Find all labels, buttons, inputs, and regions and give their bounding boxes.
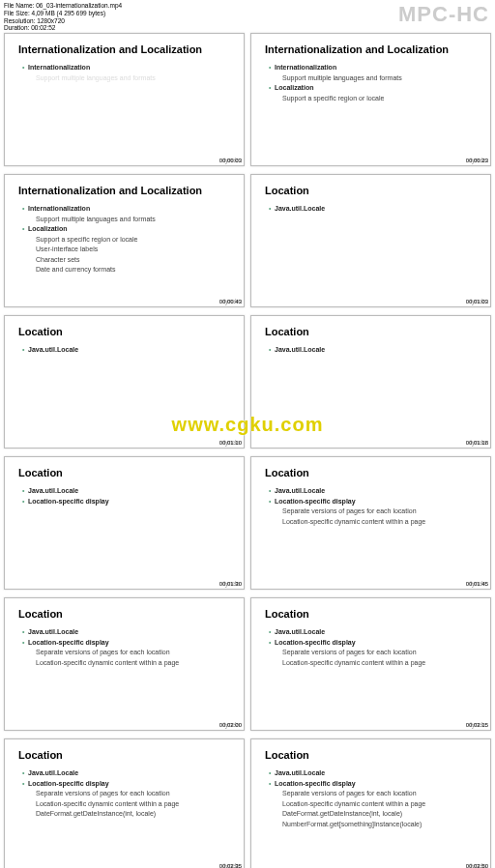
bullet-item: Character sets — [22, 255, 232, 266]
bullet-item: Java.util.Locale — [269, 768, 479, 779]
bullet-item: Internationalization — [22, 204, 232, 215]
meta-filename: File Name: 06_03-internationalization.mp… — [4, 2, 122, 10]
slide-title: Internationalization and Localization — [18, 185, 232, 196]
slide-title: Location — [265, 608, 479, 620]
bullet-list: Java.util.LocaleLocation-specific displa… — [18, 486, 232, 506]
meta-filesize: File Size: 4,09 MB (4 295 699 bytes) — [4, 10, 122, 17]
bullet-item: Separate versions of pages for each loca… — [22, 648, 232, 658]
overlay-watermark: www.cgku.com — [0, 414, 495, 436]
slide-title: Location — [265, 185, 479, 196]
bullet-item: Location-specific display — [22, 638, 232, 649]
bullet-item: Java.util.Locale — [269, 627, 479, 638]
bullet-list: Java.util.LocaleLocation-specific displa… — [18, 627, 232, 668]
bullet-item: Location-specific dynamic content within… — [269, 799, 479, 810]
slide-timestamp: 00:01:45 — [466, 581, 488, 587]
bullet-item: NumberFormat.get[something]Instance(loca… — [269, 820, 479, 830]
bullet-list: Java.util.LocaleLocation-specific displa… — [265, 486, 479, 527]
file-meta: File Name: 06_03-internationalization.mp… — [4, 2, 122, 32]
bullet-item: Localization — [269, 83, 479, 94]
thumbnail[interactable]: LocationJava.util.LocaleLocation-specifi… — [250, 456, 491, 590]
bullet-item: Location-specific display — [269, 638, 479, 649]
slide-timestamp: 00:02:15 — [466, 722, 488, 728]
thumbnail[interactable]: LocationJava.util.Localelynda00:01:03 — [250, 174, 491, 307]
meta-duration: Duration: 00:02:52 — [4, 24, 122, 32]
bullet-list: Java.util.Locale — [265, 345, 479, 356]
thumbnail[interactable]: Internationalization and LocalizationInt… — [4, 174, 245, 307]
slide-title: Location — [18, 467, 232, 478]
bullet-item: Location-specific dynamic content within… — [22, 799, 232, 810]
bullet-item: Location-specific dynamic content within… — [269, 658, 479, 669]
slide-timestamp: 00:01:03 — [466, 299, 488, 304]
thumbnail[interactable]: Internationalization and LocalizationInt… — [4, 33, 245, 166]
slide-title: Location — [18, 608, 232, 620]
bullet-item: Java.util.Locale — [22, 486, 232, 497]
thumbnail-grid: Internationalization and LocalizationInt… — [4, 33, 491, 868]
bullet-item: DateFormat.getDateInstance(int, locale) — [269, 809, 479, 820]
bullet-item: Java.util.Locale — [22, 627, 232, 638]
bullet-item: DateFormat.getDateInstance(int, locale) — [22, 809, 232, 820]
bullet-list: Java.util.Locale — [265, 204, 479, 215]
slide-title: Location — [18, 749, 232, 761]
meta-resolution: Resolution: 1280x720 — [4, 17, 122, 25]
slide-timestamp: 00:00:23 — [466, 158, 488, 163]
slide-title: Location — [265, 467, 479, 478]
slide-title: Location — [265, 749, 479, 761]
thumbnail[interactable]: LocationJava.util.LocaleLocation-specifi… — [4, 738, 245, 868]
bullet-item: Support multiple languages and formats — [22, 73, 232, 84]
slide-timestamp: 00:01:10 — [219, 440, 242, 446]
slide-title: Internationalization and Localization — [18, 43, 232, 55]
thumbnail[interactable]: LocationJava.util.LocaleLocation-specifi… — [4, 597, 245, 731]
bullet-list: Java.util.LocaleLocation-specific displa… — [265, 768, 479, 829]
slide-timestamp: 00:02:35 — [219, 863, 242, 868]
thumbnail[interactable]: LocationJava.util.LocaleLocation-specifi… — [250, 738, 491, 868]
slide-timestamp: 00:02:00 — [219, 722, 242, 728]
slide-timestamp: 00:02:50 — [466, 863, 488, 868]
bullet-list: InternationalizationSupport multiple lan… — [265, 63, 479, 103]
bullet-item: Location-specific display — [22, 497, 232, 507]
app-title: MPC-HC — [398, 2, 489, 27]
bullet-list: Java.util.Locale — [18, 345, 232, 356]
bullet-item: Separate versions of pages for each loca… — [22, 789, 232, 799]
bullet-item: Support a specific region or locale — [269, 94, 479, 104]
thumbnail[interactable]: LocationJava.util.LocaleLocation-specifi… — [250, 597, 491, 731]
slide-title: Location — [265, 326, 479, 337]
bullet-item: Separate versions of pages for each loca… — [269, 506, 479, 517]
slide-timestamp: 00:01:18 — [466, 440, 488, 446]
bullet-item: Separate versions of pages for each loca… — [269, 648, 479, 658]
bullet-list: Java.util.LocaleLocation-specific displa… — [265, 627, 479, 668]
bullet-item: Java.util.Locale — [22, 345, 232, 356]
slide-timestamp: 00:01:30 — [219, 581, 242, 587]
bullet-list: InternationalizationSupport multiple lan… — [18, 63, 232, 83]
bullet-item: Separate versions of pages for each loca… — [269, 789, 479, 799]
bullet-item: Internationalization — [22, 63, 232, 73]
bullet-item: User-interface labels — [22, 245, 232, 255]
bullet-item: Support multiple languages and formats — [22, 215, 232, 225]
bullet-item: Java.util.Locale — [269, 345, 479, 356]
slide-title: Internationalization and Localization — [265, 43, 479, 55]
thumbnail[interactable]: Internationalization and LocalizationInt… — [250, 33, 491, 166]
bullet-item: Internationalization — [269, 63, 479, 73]
bullet-item: Date and currency formats — [22, 265, 232, 275]
bullet-item: Location-specific dynamic content within… — [22, 658, 232, 669]
slide-title: Location — [18, 326, 232, 337]
bullet-item: Localization — [22, 224, 232, 235]
bullet-item: Location-specific display — [269, 497, 479, 507]
slide-timestamp: 00:00:03 — [219, 158, 242, 163]
slide-timestamp: 00:00:43 — [219, 299, 242, 304]
bullet-item: Location-specific display — [269, 779, 479, 790]
bullet-item: Java.util.Locale — [22, 768, 232, 779]
bullet-item: Location-specific dynamic content within… — [269, 517, 479, 528]
bullet-item: Java.util.Locale — [269, 204, 479, 215]
bullet-item: Java.util.Locale — [269, 486, 479, 497]
bullet-item: Support multiple languages and formats — [269, 73, 479, 84]
bullet-item: Support a specific region or locale — [22, 235, 232, 246]
bullet-list: InternationalizationSupport multiple lan… — [18, 204, 232, 275]
bullet-item: Location-specific display — [22, 779, 232, 790]
thumbnail[interactable]: LocationJava.util.LocaleLocation-specifi… — [4, 456, 245, 590]
bullet-list: Java.util.LocaleLocation-specific displa… — [18, 768, 232, 820]
